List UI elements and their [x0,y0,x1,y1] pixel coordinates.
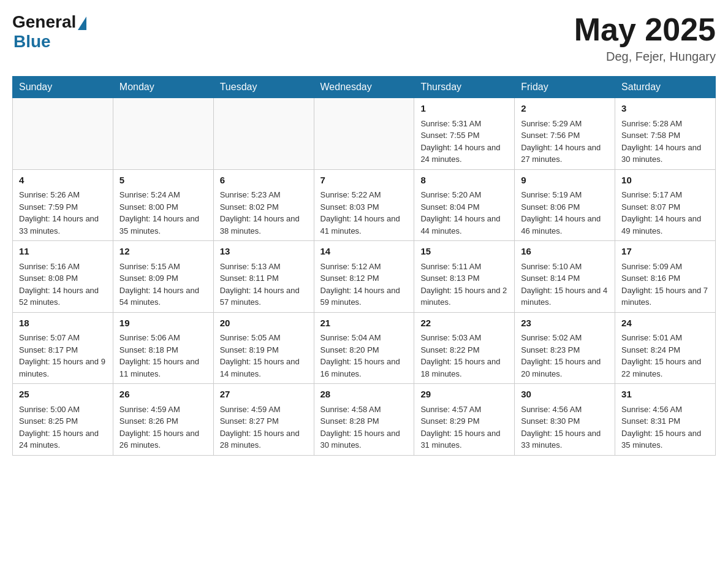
day-info: Sunset: 8:29 PM [420,415,508,427]
day-number: 15 [420,245,508,259]
day-info: Daylight: 14 hours and 49 minutes. [621,213,709,237]
day-info: Sunset: 8:27 PM [220,415,308,427]
day-number: 12 [119,245,207,259]
day-number: 23 [521,316,609,331]
week-row-4: 18Sunrise: 5:07 AMSunset: 8:17 PMDayligh… [13,312,716,384]
page-header: General Blue May 2025 Deg, Fejer, Hungar… [12,12,716,64]
day-info: Daylight: 15 hours and 20 minutes. [521,356,609,380]
day-number: 22 [420,316,508,331]
day-info: Sunset: 7:59 PM [19,201,107,213]
day-info: Daylight: 14 hours and 27 minutes. [521,142,609,166]
day-info: Daylight: 15 hours and 7 minutes. [621,285,709,308]
day-info: Sunrise: 5:31 AM [420,118,508,130]
day-info: Daylight: 15 hours and 30 minutes. [320,427,408,451]
day-info: Sunrise: 4:59 AM [119,404,207,416]
day-info: Sunset: 8:08 PM [19,272,107,285]
day-info: Daylight: 14 hours and 38 minutes. [220,213,308,237]
day-info: Sunrise: 4:59 AM [220,404,308,416]
day-info: Daylight: 15 hours and 4 minutes. [521,285,609,308]
day-info: Daylight: 14 hours and 52 minutes. [19,285,107,308]
day-info: Sunset: 8:04 PM [420,201,508,213]
day-info: Sunset: 8:00 PM [119,201,207,213]
week-row-5: 25Sunrise: 5:00 AMSunset: 8:25 PMDayligh… [13,384,716,456]
calendar-cell: 27Sunrise: 4:59 AMSunset: 8:27 PMDayligh… [213,384,314,456]
day-info: Sunset: 8:24 PM [621,344,709,356]
day-info: Sunrise: 5:20 AM [420,189,508,201]
calendar-cell: 28Sunrise: 4:58 AMSunset: 8:28 PMDayligh… [314,384,414,456]
day-info: Sunset: 8:03 PM [320,201,408,213]
calendar-cell: 31Sunrise: 4:56 AMSunset: 8:31 PMDayligh… [615,384,716,456]
day-info: Sunset: 8:23 PM [521,344,609,356]
day-info: Sunrise: 5:22 AM [320,189,408,201]
calendar-cell: 3Sunrise: 5:28 AMSunset: 7:58 PMDaylight… [615,98,716,170]
day-info: Daylight: 15 hours and 11 minutes. [119,356,207,380]
day-info: Sunrise: 5:00 AM [19,404,107,416]
day-number: 30 [521,388,609,402]
day-info: Daylight: 14 hours and 57 minutes. [220,285,308,308]
day-info: Sunrise: 5:16 AM [19,261,107,273]
day-number: 6 [220,174,308,188]
calendar-cell: 21Sunrise: 5:04 AMSunset: 8:20 PMDayligh… [314,312,414,384]
day-info: Daylight: 15 hours and 31 minutes. [420,427,508,451]
calendar-cell: 6Sunrise: 5:23 AMSunset: 8:02 PMDaylight… [213,169,314,241]
day-info: Daylight: 15 hours and 2 minutes. [420,285,508,308]
calendar-cell: 13Sunrise: 5:13 AMSunset: 8:11 PMDayligh… [213,241,314,313]
day-info: Daylight: 15 hours and 26 minutes. [119,427,207,451]
calendar-cell: 16Sunrise: 5:10 AMSunset: 8:14 PMDayligh… [515,241,615,313]
calendar-cell: 22Sunrise: 5:03 AMSunset: 8:22 PMDayligh… [414,312,515,384]
calendar-cell [113,98,213,170]
day-info: Daylight: 14 hours and 24 minutes. [420,142,508,166]
day-info: Daylight: 15 hours and 14 minutes. [220,356,308,380]
day-number: 27 [220,388,308,402]
day-info: Daylight: 15 hours and 28 minutes. [220,427,308,451]
calendar-cell: 26Sunrise: 4:59 AMSunset: 8:26 PMDayligh… [113,384,213,456]
week-row-2: 4Sunrise: 5:26 AMSunset: 7:59 PMDaylight… [13,169,716,241]
day-number: 4 [19,174,107,188]
calendar-cell: 7Sunrise: 5:22 AMSunset: 8:03 PMDaylight… [314,169,414,241]
day-info: Sunrise: 5:03 AM [420,332,508,344]
calendar-cell: 24Sunrise: 5:01 AMSunset: 8:24 PMDayligh… [615,312,716,384]
day-info: Daylight: 15 hours and 9 minutes. [19,356,107,380]
calendar-cell [13,98,113,170]
calendar-cell: 14Sunrise: 5:12 AMSunset: 8:12 PMDayligh… [314,241,414,313]
calendar-subtitle: Deg, Fejer, Hungary [574,50,716,64]
day-info: Daylight: 14 hours and 41 minutes. [320,213,408,237]
calendar-cell: 9Sunrise: 5:19 AMSunset: 8:06 PMDaylight… [515,169,615,241]
day-info: Sunset: 8:20 PM [320,344,408,356]
day-info: Daylight: 14 hours and 33 minutes. [19,213,107,237]
calendar-cell: 18Sunrise: 5:07 AMSunset: 8:17 PMDayligh… [13,312,113,384]
title-block: May 2025 Deg, Fejer, Hungary [574,12,716,64]
day-info: Sunrise: 5:06 AM [119,332,207,344]
day-header-friday: Friday [515,77,615,98]
calendar-cell: 1Sunrise: 5:31 AMSunset: 7:55 PMDaylight… [414,98,515,170]
day-number: 31 [621,388,709,402]
day-info: Sunset: 8:07 PM [621,201,709,213]
day-info: Daylight: 14 hours and 35 minutes. [119,213,207,237]
day-info: Daylight: 14 hours and 46 minutes. [521,213,609,237]
day-info: Sunset: 8:16 PM [621,272,709,285]
day-info: Sunrise: 5:10 AM [521,261,609,273]
calendar-cell: 19Sunrise: 5:06 AMSunset: 8:18 PMDayligh… [113,312,213,384]
day-header-saturday: Saturday [615,77,716,98]
day-info: Daylight: 14 hours and 44 minutes. [420,213,508,237]
day-number: 24 [621,316,709,331]
day-info: Sunset: 8:02 PM [220,201,308,213]
day-info: Sunrise: 5:26 AM [19,189,107,201]
day-info: Daylight: 14 hours and 54 minutes. [119,285,207,308]
calendar-cell: 2Sunrise: 5:29 AMSunset: 7:56 PMDaylight… [515,98,615,170]
day-number: 25 [19,388,107,402]
day-header-sunday: Sunday [13,77,113,98]
day-info: Sunset: 8:31 PM [621,415,709,427]
day-info: Daylight: 15 hours and 18 minutes. [420,356,508,380]
day-number: 21 [320,316,408,331]
calendar-cell: 30Sunrise: 4:56 AMSunset: 8:30 PMDayligh… [515,384,615,456]
day-info: Sunset: 8:11 PM [220,272,308,285]
day-info: Sunrise: 5:24 AM [119,189,207,201]
day-info: Sunset: 8:17 PM [19,344,107,356]
day-info: Sunrise: 5:01 AM [621,332,709,344]
day-number: 17 [621,245,709,259]
day-info: Daylight: 15 hours and 33 minutes. [521,427,609,451]
calendar-cell [213,98,314,170]
day-header-tuesday: Tuesday [213,77,314,98]
day-number: 7 [320,174,408,188]
